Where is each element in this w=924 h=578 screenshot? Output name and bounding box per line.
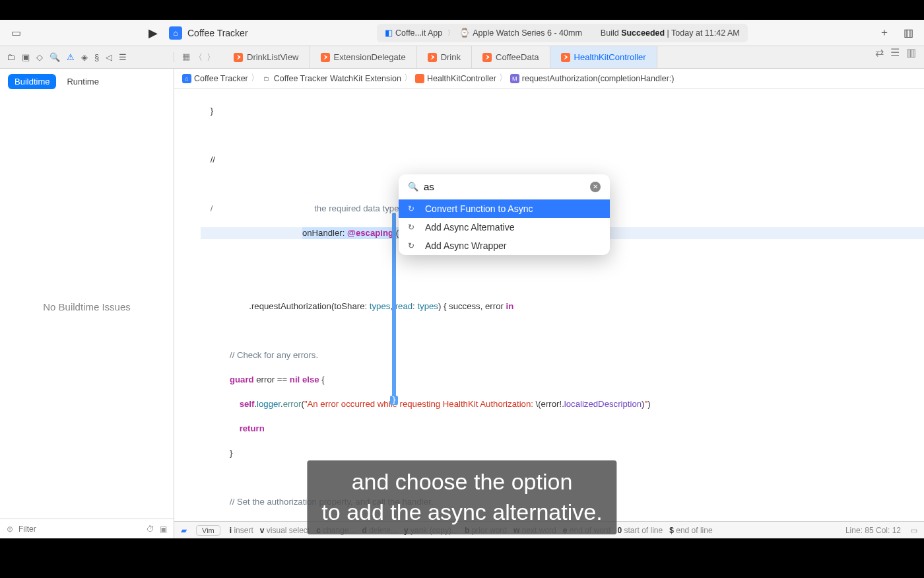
nav-source-control-icon[interactable]: ▣ — [22, 52, 30, 62]
scheme-bar: ◧Coffe...it App 〉 ⌚Apple Watch Series 6 … — [256, 24, 869, 42]
clock-icon[interactable]: ⏱ — [147, 524, 154, 534]
editor-tabs: DrinkListView ExtensionDelegate Drink Co… — [223, 46, 924, 68]
swift-icon — [234, 53, 243, 62]
refresh-icon[interactable]: ⇄ — [875, 46, 884, 68]
tab-coffeedata[interactable]: CoffeeData — [472, 46, 550, 68]
add-button[interactable]: ＋ — [876, 25, 892, 41]
app-name: Coffee Tracker — [187, 28, 248, 38]
swift-icon — [321, 53, 330, 62]
filter-bar: ⊜ ⏱ ▣ — [0, 519, 174, 538]
main-toolbar: ▭ ▶ ⌂ Coffee Tracker ◧Coffe...it App 〉 ⌚… — [0, 20, 924, 46]
nav-find-icon[interactable]: 🔍 — [50, 52, 60, 62]
nav-folder-icon[interactable]: 🗀 — [7, 52, 15, 62]
nav-tests-icon[interactable]: ◈ — [81, 52, 88, 62]
panel-icon[interactable]: ▥ — [906, 46, 916, 68]
search-icon: 🔍 — [408, 182, 418, 192]
swift-icon — [561, 53, 570, 62]
chevron-right-icon: 〉 — [447, 28, 454, 38]
code-area[interactable]: } // / the required data types. onHandle… — [174, 89, 924, 521]
filter-icon: ⊜ — [7, 524, 13, 534]
clear-icon[interactable]: ✕ — [590, 182, 601, 192]
navigator-selector: 🗀 ▣ ◇ 🔍 ⚠ ◈ § ◁ ☰ — [0, 52, 174, 62]
action-icon: ↻ — [408, 241, 418, 250]
action-icon: ↻ — [408, 223, 418, 232]
swift-icon — [428, 53, 437, 62]
scheme-app-label[interactable]: ⌂ Coffee Tracker — [169, 26, 248, 40]
swift-icon — [482, 53, 492, 62]
runtime-tab[interactable]: Runtime — [60, 74, 105, 89]
refactor-search-row: 🔍 ✕ — [399, 174, 610, 199]
refactor-item-convert[interactable]: ↻ Convert Function to Async — [399, 199, 610, 218]
nav-issues-icon[interactable]: ⚠ — [67, 52, 75, 62]
tab-drink[interactable]: Drink — [417, 46, 472, 68]
cursor-position: Line: 85 Col: 12 — [845, 526, 901, 535]
app-icon: ⌂ — [169, 26, 182, 40]
minimap-icon[interactable]: ▭ — [910, 526, 917, 535]
nav-debug-icon[interactable]: § — [94, 52, 99, 62]
fold-brace-icon[interactable]: } — [390, 396, 398, 405]
vim-mode-badge[interactable]: Vim — [196, 525, 220, 536]
refactor-item-alternative[interactable]: ↻ Add Async Alternative — [399, 218, 610, 236]
issues-empty-state: No Buildtime Issues — [0, 94, 174, 519]
list-icon[interactable]: ☰ — [890, 46, 900, 68]
scope-icon[interactable]: ▣ — [160, 524, 167, 534]
tab-extensiondelegate[interactable]: ExtensionDelegate — [310, 46, 417, 68]
filter-input[interactable] — [18, 524, 141, 534]
action-icon: ↻ — [408, 204, 418, 213]
issues-navigator: Buildtime Runtime No Buildtime Issues ⊜ … — [0, 69, 174, 538]
tab-healthkitcontroller[interactable]: HealthKitController — [550, 46, 657, 68]
library-icon[interactable]: ▥ — [900, 25, 916, 41]
navigator-tab-bar: 🗀 ▣ ◇ 🔍 ⚠ ◈ § ◁ ☰ ▦ 〈 〉 DrinkListView Ex… — [0, 46, 924, 69]
video-subtitle: and choose the optionto add the async al… — [307, 460, 616, 534]
refactor-popup: 🔍 ✕ ↻ Convert Function to Async ↻ Add As… — [399, 174, 610, 255]
scope-indicator-icon[interactable]: ▰ — [181, 526, 187, 535]
refactor-search-input[interactable] — [424, 181, 585, 192]
jump-bar[interactable]: ⌂Coffee Tracker 〉 🗀Coffee Tracker WatchK… — [174, 69, 924, 89]
nav-breakpoints-icon[interactable]: ◁ — [106, 52, 112, 62]
fold-ribbon[interactable] — [392, 213, 396, 399]
grid-icon[interactable]: ▦ — [182, 52, 190, 63]
buildtime-tab[interactable]: Buildtime — [8, 74, 56, 89]
nav-symbols-icon[interactable]: ◇ — [36, 52, 43, 62]
scheme-pill[interactable]: ◧Coffe...it App 〉 ⌚Apple Watch Series 6 … — [377, 24, 748, 42]
back-button[interactable]: 〈 — [194, 52, 203, 63]
sidebar-toggle-icon[interactable]: ▭ — [8, 25, 24, 41]
refactor-item-wrapper[interactable]: ↻ Add Async Wrapper — [399, 236, 610, 255]
run-button[interactable]: ▶ — [145, 25, 161, 41]
nav-reports-icon[interactable]: ☰ — [119, 52, 127, 62]
build-status: Build Succeeded | Today at 11:42 AM — [601, 28, 740, 38]
tab-drinklistview[interactable]: DrinkListView — [223, 46, 310, 68]
forward-button[interactable]: 〉 — [207, 52, 215, 63]
